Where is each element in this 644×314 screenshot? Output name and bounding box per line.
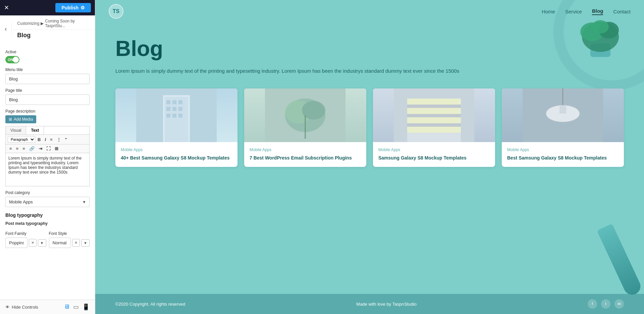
office-svg [373,88,495,142]
card-category-1: Mobile Apps [121,147,232,152]
svg-rect-35 [559,105,566,114]
card-content-1: Mobile Apps 40+ Best Samsung Galaxy S8 M… [115,142,237,167]
align-right-button[interactable]: ≡ [21,145,27,152]
device-icons: 🖥 ▭ 📱 [64,303,90,311]
desktop-icon[interactable]: 🖥 [64,303,70,311]
blockquote-button[interactable]: " [63,136,69,143]
font-style-clear-button[interactable]: ✕ [72,239,80,247]
svg-rect-25 [407,108,461,114]
indent-button[interactable]: ⇥ [37,145,44,152]
svg-rect-10 [178,100,182,104]
twitter-icon[interactable]: t [601,299,610,309]
panel-footer: 👁 Hide Controls 🖥 ▭ 📱 [0,300,95,314]
card-image-office [373,88,495,142]
svg-rect-8 [166,100,170,104]
font-family-input[interactable] [5,238,28,248]
nav-service[interactable]: Service [565,9,582,14]
card-image-lamp [502,88,624,142]
mobile-icon[interactable]: 📱 [82,303,90,311]
font-style-col: Font Style ✕ ▼ [49,227,90,248]
preview-card-1: Mobile Apps 40+ Best Samsung Galaxy S8 M… [115,88,237,167]
preview-footer: ©2020 Copyright. All rights reserved Mad… [95,294,644,314]
preview-blog-title: Blog [115,37,624,60]
svg-rect-12 [172,107,176,111]
panel-header: ✕ Publish ⚙ [0,0,95,15]
preview-logo: TS [109,4,123,19]
font-family-row: ✕ ▼ [5,238,46,248]
page-title-label: Page title [5,88,90,93]
nav-blog[interactable]: Blog [592,8,603,15]
svg-rect-30 [407,123,461,127]
font-style-label: Font Style [49,231,90,236]
tablet-icon[interactable]: ▭ [73,303,79,311]
close-button[interactable]: ✕ [4,4,9,11]
email-icon[interactable]: ✉ [614,299,624,309]
tab-text[interactable]: Text [26,126,44,134]
card-content-4: Mobile Apps Best Samsung Galaxy S8 Mocku… [502,142,624,167]
nav-contact[interactable]: Contact [613,9,631,14]
hide-controls-button[interactable]: 👁 Hide Controls [5,305,38,310]
grid-button[interactable]: ⊞ [53,145,60,152]
bold-button[interactable]: B [36,136,42,143]
active-label: Active [5,50,90,54]
hide-controls-label: Hide Controls [12,305,38,310]
footer-copyright: ©2020 Copyright. All rights reserved [115,302,185,307]
card-content-3: Mobile Apps Samsung Galaxy S8 Mockup Tem… [373,142,495,167]
paragraph-select[interactable]: Paragraph [8,136,35,143]
preview-hero-description: Lorem Ipsum is simply dummy text of the … [115,67,484,75]
add-media-icon: ⊞ [9,117,12,122]
gear-icon: ⚙ [80,5,85,10]
ol-button[interactable]: ⋮ [55,136,63,143]
italic-button[interactable]: I [43,136,48,143]
preview-card-3: Mobile Apps Samsung Galaxy S8 Mockup Tem… [373,88,495,167]
lamp-svg [502,88,624,142]
add-media-button[interactable]: ⊞ Add Media [5,115,36,123]
preview-card-4: Mobile Apps Best Samsung Galaxy S8 Mocku… [502,88,624,167]
footer-made-with: Made with love by TasprıStudio [356,302,417,307]
svg-rect-9 [172,100,176,104]
fullscreen-button[interactable]: ⛶ [45,145,52,152]
font-style-row: ✕ ▼ [49,238,90,248]
back-button[interactable]: ‹ [0,22,12,35]
hide-controls-icon: 👁 [5,305,10,310]
font-style-input[interactable] [49,238,71,248]
svg-rect-24 [407,99,461,105]
svg-rect-27 [407,127,461,133]
ul-button[interactable]: ≡ [48,136,54,143]
font-family-dropdown-button[interactable]: ▼ [38,239,46,247]
link-button[interactable]: 🔗 [28,145,36,152]
publish-button[interactable]: Publish ⚙ [55,3,91,12]
align-left-button[interactable]: ≡ [8,145,14,152]
left-panel: ✕ Publish ⚙ ‹ Customizing ▶ Coming Soon … [0,0,95,314]
blog-typography-title: Blog typography [5,212,90,218]
align-center-button[interactable]: ≡ [14,145,20,152]
menu-title-input[interactable] [5,74,90,84]
font-style-dropdown-button[interactable]: ▼ [81,239,90,247]
svg-rect-16 [178,114,182,118]
tab-visual[interactable]: Visual [6,126,26,134]
facebook-icon[interactable]: f [588,299,597,309]
nav-home[interactable]: Home [542,9,555,14]
preview-card-2: Mobile Apps 7 Best WordPress Email Subsc… [244,88,366,167]
card-category-4: Mobile Apps [507,147,619,152]
post-category-label: Post category [5,190,90,195]
font-settings-row: Font Family ✕ ▼ Font Style ✕ ▼ [5,227,90,248]
breadcrumb-link[interactable]: Customizing [17,21,39,26]
preview-menu: Home Service Blog Contact [542,8,631,15]
add-media-label: Add Media [14,117,33,122]
editor-content[interactable]: Lorem Ipsum is simply dummy text of the … [5,153,90,186]
panel-title-row: ‹ Customizing ▶ Coming Soon by TaspriStu… [0,15,95,42]
post-category-select[interactable]: Mobile Apps Technology Design Business [5,197,90,207]
page-description-label: Page description [5,109,90,114]
card-category-2: Mobile Apps [250,147,361,152]
preview-cards: Mobile Apps 40+ Best Samsung Galaxy S8 M… [115,88,624,167]
active-toggle[interactable]: ON [5,56,19,63]
page-title-input[interactable] [5,95,90,105]
preview-area: TS Home Service Blog Contact Blog Lorem … [95,0,644,314]
card-image-building [115,88,237,142]
font-family-label: Font Family [5,231,46,236]
font-family-clear-button[interactable]: ✕ [29,239,37,247]
publish-label: Publish [61,5,78,10]
preview-nav: TS Home Service Blog Contact [95,0,644,23]
menu-title-label: Menu title [5,67,90,72]
